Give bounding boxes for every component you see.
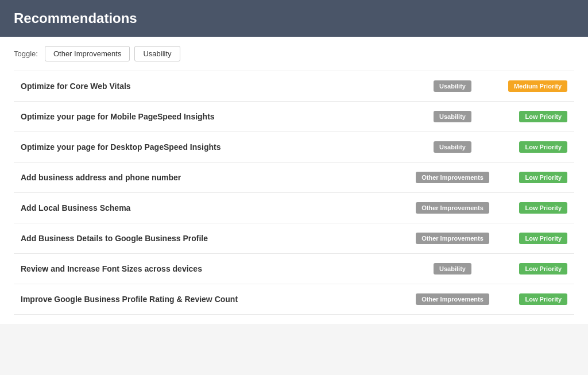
table-row: Add business address and phone numberOth… <box>14 163 574 193</box>
category-badge: Usability <box>434 80 471 92</box>
table-row: Add Local Business SchemaOther Improveme… <box>14 193 574 223</box>
page-title: Recommendations <box>14 10 574 26</box>
rec-title: Review and Increase Font Sizes across de… <box>21 264 412 273</box>
rec-title: Optimize your page for Mobile PageSpeed … <box>21 112 412 121</box>
toggle-label: Toggle: <box>14 49 38 58</box>
rec-priority: Low Priority <box>493 202 567 214</box>
table-row: Improve Google Business Profile Rating &… <box>14 284 574 315</box>
category-badge: Other Improvements <box>416 233 489 244</box>
category-badge: Other Improvements <box>416 293 489 305</box>
priority-badge: Low Priority <box>519 233 567 244</box>
rec-title: Add Local Business Schema <box>21 203 412 212</box>
toggle-other-improvements-button[interactable]: Other Improvements <box>45 46 130 61</box>
rec-priority: Low Priority <box>493 111 567 122</box>
rec-priority: Low Priority <box>493 293 567 305</box>
main-content: Toggle: Other Improvements Usability Opt… <box>0 37 588 324</box>
rec-category: Usability <box>412 141 493 153</box>
category-badge: Usability <box>434 263 471 275</box>
category-badge: Usability <box>434 111 471 122</box>
rec-category: Usability <box>412 111 493 122</box>
rec-title: Add Business Details to Google Business … <box>21 234 412 243</box>
rec-category: Usability <box>412 263 493 275</box>
recommendations-list: Optimize for Core Web VitalsUsabilityMed… <box>14 71 574 315</box>
toggle-row: Toggle: Other Improvements Usability <box>14 46 574 61</box>
priority-badge: Low Priority <box>519 141 567 153</box>
rec-title: Add business address and phone number <box>21 173 412 182</box>
rec-priority: Low Priority <box>493 263 567 275</box>
table-row: Optimize for Core Web VitalsUsabilityMed… <box>14 71 574 102</box>
rec-priority: Low Priority <box>493 172 567 183</box>
priority-badge: Low Priority <box>519 263 567 275</box>
priority-badge: Low Priority <box>519 293 567 305</box>
category-badge: Other Improvements <box>416 202 489 214</box>
rec-priority: Low Priority <box>493 233 567 244</box>
toggle-usability-button[interactable]: Usability <box>134 46 180 61</box>
table-row: Add Business Details to Google Business … <box>14 223 574 254</box>
rec-title: Improve Google Business Profile Rating &… <box>21 295 412 304</box>
table-row: Review and Increase Font Sizes across de… <box>14 254 574 284</box>
rec-category: Other Improvements <box>412 172 493 183</box>
table-row: Optimize your page for Desktop PageSpeed… <box>14 132 574 163</box>
category-badge: Usability <box>434 141 471 153</box>
rec-category: Other Improvements <box>412 202 493 214</box>
priority-badge: Low Priority <box>519 202 567 214</box>
rec-category: Other Improvements <box>412 233 493 244</box>
rec-priority: Low Priority <box>493 141 567 153</box>
category-badge: Other Improvements <box>416 172 489 183</box>
rec-title: Optimize your page for Desktop PageSpeed… <box>21 142 412 152</box>
rec-priority: Medium Priority <box>493 80 567 92</box>
table-row: Optimize your page for Mobile PageSpeed … <box>14 102 574 132</box>
page-header: Recommendations <box>0 0 588 37</box>
rec-category: Usability <box>412 80 493 92</box>
rec-category: Other Improvements <box>412 293 493 305</box>
priority-badge: Medium Priority <box>508 80 567 92</box>
priority-badge: Low Priority <box>519 172 567 183</box>
rec-title: Optimize for Core Web Vitals <box>21 82 412 91</box>
priority-badge: Low Priority <box>519 111 567 122</box>
